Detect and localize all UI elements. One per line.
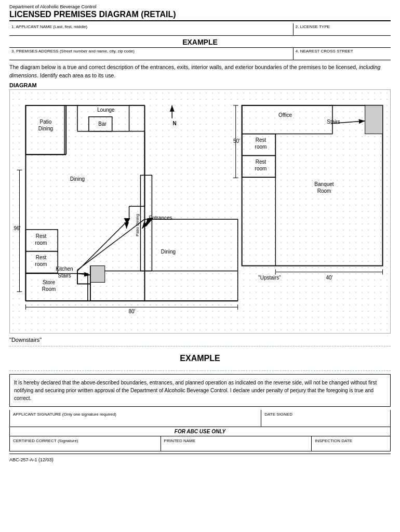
svg-rect-23 xyxy=(89,116,112,131)
svg-rect-42 xyxy=(242,105,383,265)
example-title2: EXAMPLE xyxy=(9,350,391,367)
example-title: EXAMPLE xyxy=(9,36,391,48)
svg-rect-28 xyxy=(25,251,58,273)
svg-rect-43 xyxy=(242,105,332,134)
svg-line-57 xyxy=(331,121,365,123)
printed-name-label: PRINTED NAME xyxy=(164,438,309,443)
form-number: ABC-257-A-1 (12/03) xyxy=(9,457,391,462)
inspection-date-label: INSPECTION DATE xyxy=(315,438,387,443)
nearest-cross-label: 4. NEAREST CROSS STREET xyxy=(296,49,389,54)
diagram-label: DIAGRAM xyxy=(9,82,391,88)
svg-rect-30 xyxy=(25,273,87,301)
date-signed-label: DATE SIGNED xyxy=(264,412,387,417)
abc-use-label: FOR ABC USE ONLY xyxy=(9,427,391,436)
downstairs-label: "Downstairs" xyxy=(9,337,391,343)
dept-name: Department of Alcoholic Beverage Control xyxy=(9,4,391,9)
applicant-name-label: 1. APPLICANT NAME (Last, first, middle) xyxy=(11,24,291,29)
premises-address-label: 3. PREMISES ADDRESS (Street number and n… xyxy=(11,49,291,54)
svg-rect-45 xyxy=(242,134,276,155)
description-text: The diagram below is a true and correct … xyxy=(9,63,391,80)
svg-rect-29 xyxy=(90,265,105,282)
floor-plan-diagram: PatioDining Lounge Bar Dining Restroom R… xyxy=(9,89,391,334)
svg-rect-3 xyxy=(25,105,64,154)
license-type-label: 2. LICENSE TYPE xyxy=(296,24,389,29)
svg-rect-44 xyxy=(365,105,383,134)
applicant-signature-label: APPLICANT SIGNATURE (Only one signature … xyxy=(13,412,258,417)
svg-rect-27 xyxy=(25,229,58,251)
declaration-text: It is hereby declared that the above-des… xyxy=(9,374,391,407)
svg-rect-46 xyxy=(242,155,276,177)
svg-line-10 xyxy=(77,219,129,271)
form-title: LICENSED PREMISES DIAGRAM (RETAIL) xyxy=(9,10,391,21)
certified-correct-label: CERTIFIED CORRECT (Signature) xyxy=(13,438,157,443)
